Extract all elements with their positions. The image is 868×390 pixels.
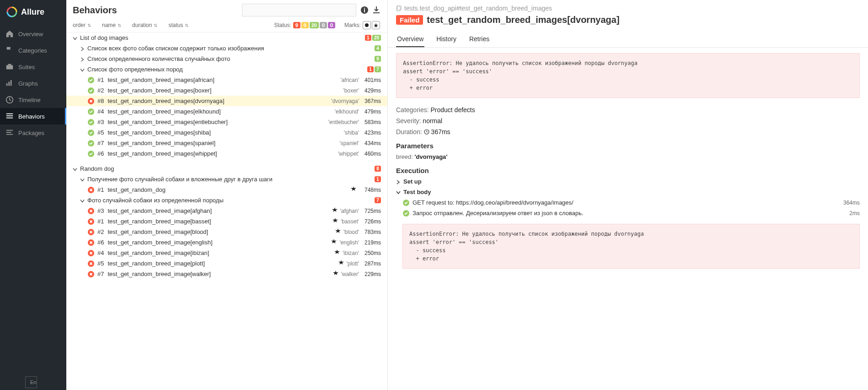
list-icon [5, 112, 14, 120]
language-switch[interactable]: En [25, 376, 37, 388]
duration-row: Duration: 367ms [388, 126, 868, 137]
test-number: #4 [97, 108, 104, 115]
test-tree: List of dog images120Список всех фото со… [66, 32, 387, 390]
test-duration: 460ms [359, 151, 381, 157]
sidebar-item-label: Suites [18, 64, 35, 70]
sort-order[interactable]: order [73, 22, 91, 28]
test-name: test_get_random_breed_images[shiba] [107, 129, 332, 136]
tree-row[interactable]: Список определенного количества случайны… [66, 54, 387, 64]
tree-row[interactable]: Получение фото случайной собаки и вложен… [66, 174, 387, 184]
tree-row[interactable]: #5test_get_random_breed_image[plott]'plo… [66, 258, 387, 269]
sidebar: Allure OverviewCategoriesSuitesGraphsTim… [0, 0, 66, 390]
test-number: #4 [97, 249, 104, 256]
test-number: #2 [97, 87, 104, 94]
test-name: test_get_random_breed_images[boxer] [107, 87, 331, 94]
step-duration: 364ms [843, 200, 860, 206]
sidebar-item-graphs[interactable]: Graphs [0, 75, 66, 92]
tree-row[interactable]: #6test_get_random_breed_images[whippet]'… [66, 148, 387, 159]
sidebar-item-behaviors[interactable]: Behaviors [0, 108, 66, 125]
sidebar-item-timeline[interactable]: Timeline [0, 92, 66, 108]
allure-logo-icon [6, 6, 17, 17]
download-icon[interactable] [372, 5, 381, 15]
sort-name[interactable]: name [102, 22, 121, 28]
setup-toggle[interactable]: Set up [388, 176, 868, 187]
tree-row[interactable]: Список фото определенных пород17 [66, 64, 387, 75]
step-row[interactable]: Запрос отправлен. Десериализируем ответ … [388, 208, 868, 218]
test-param: 'spaniel' [339, 140, 359, 146]
tab-overview[interactable]: Overview [396, 32, 424, 47]
tree-row[interactable]: Random dog8 [66, 163, 387, 174]
tree-row[interactable]: #4test_get_random_breed_image[ibizan]'ib… [66, 248, 387, 258]
svg-rect-14 [364, 8, 365, 9]
test-name: test_get_random_breed_image[blood] [107, 228, 332, 235]
sidebar-item-packages[interactable]: Packages [0, 125, 66, 141]
tree-row[interactable]: #3test_get_random_breed_images[entlebuch… [66, 117, 387, 127]
status-failed-icon [87, 187, 95, 193]
test-param: 'walker' [341, 271, 359, 277]
tree-row[interactable]: #1test_get_random_breed_images[african]'… [66, 75, 387, 85]
test-param: 'entlebucher' [328, 119, 359, 125]
status-passed-icon [87, 140, 95, 146]
tree-row[interactable]: #6test_get_random_breed_image[english]'e… [66, 237, 387, 248]
sidebar-item-suites[interactable]: Suites [0, 59, 66, 75]
status-passed-icon [402, 210, 410, 217]
tree-row[interactable]: #2test_get_random_breed_images[boxer]'bo… [66, 85, 387, 96]
svg-rect-10 [6, 132, 11, 133]
tree-row[interactable]: #5test_get_random_breed_images[shiba]'sh… [66, 127, 387, 138]
chevron-down-icon [80, 66, 86, 73]
status-skipped[interactable]: 0 [320, 22, 327, 28]
test-name: test_get_random_breed_images[entlebucher… [107, 119, 316, 125]
status-broken[interactable]: 0 [301, 22, 309, 28]
status-passed[interactable]: 20 [310, 22, 319, 28]
marks-label: Marks: [344, 22, 361, 28]
test-number: #6 [97, 239, 104, 246]
flaky-mark [350, 186, 357, 193]
error-box: AssertionError: Не удалось получить спис… [396, 53, 860, 98]
tree-row[interactable]: #7test_get_random_breed_image[walker]'wa… [66, 269, 387, 279]
info-icon[interactable] [360, 5, 369, 15]
feature-label: List of dog images [80, 34, 365, 41]
sidebar-item-overview[interactable]: Overview [0, 26, 66, 42]
step-text: Запрос отправлен. Десериализируем ответ … [413, 210, 584, 217]
story-label: Список фото определенных пород [87, 66, 367, 73]
tree-row[interactable]: #3test_get_random_breed_image[afghan]'af… [66, 206, 387, 216]
testbody-toggle[interactable]: Test body [388, 187, 868, 197]
test-duration: 583ms [359, 119, 381, 125]
tab-history[interactable]: History [435, 32, 457, 47]
status-failed[interactable]: 9 [293, 22, 300, 28]
tree-row[interactable]: List of dog images120 [66, 32, 387, 43]
step-text: GET request to: https://dog.ceo/api/bree… [413, 199, 573, 206]
status-label: Status: [274, 22, 291, 28]
tree-row[interactable]: #1test_get_random_dog748ms [66, 184, 387, 195]
status-unknown[interactable]: 0 [328, 22, 335, 28]
test-param: 'ibizan' [343, 250, 359, 256]
sort-duration[interactable]: duration [132, 22, 157, 28]
status-badge: Failed [396, 15, 423, 25]
story-label: Получение фото случайной собаки и вложен… [87, 176, 375, 183]
tree-row[interactable]: #2test_get_random_breed_image[blood]'blo… [66, 227, 387, 237]
copy-icon[interactable] [396, 5, 402, 11]
status-failed-icon [87, 98, 95, 104]
svg-rect-0 [6, 65, 13, 69]
tab-retries[interactable]: Retries [468, 32, 490, 47]
mark-flaky-toggle[interactable] [363, 21, 371, 29]
test-param: 'african' [340, 77, 359, 83]
brand: Allure [0, 0, 66, 26]
tree-row[interactable]: #1test_get_random_breed_image[basset]'ba… [66, 216, 387, 227]
svg-rect-7 [6, 115, 13, 116]
tree-row[interactable]: Фото случайной собаки из определенной по… [66, 195, 387, 206]
test-duration: 748ms [359, 187, 381, 193]
search-input[interactable] [242, 4, 356, 16]
tree-row[interactable]: #7test_get_random_breed_images[spaniel]'… [66, 138, 387, 148]
tree-row[interactable]: #4test_get_random_breed_images[elkhound]… [66, 106, 387, 117]
test-param: 'elkhound' [335, 108, 359, 115]
mark-new-toggle[interactable] [372, 21, 380, 29]
sort-status[interactable]: status [168, 22, 188, 28]
breadcrumb: tests.test_dog_api#test_get_random_breed… [396, 5, 860, 12]
step-row[interactable]: GET request to: https://dog.ceo/api/bree… [388, 197, 868, 208]
categories-row: Categories: Product defects [388, 104, 868, 115]
tree-row[interactable]: Список всех фото собак списком содержит … [66, 43, 387, 54]
sidebar-item-categories[interactable]: Categories [0, 42, 66, 59]
tree-row[interactable]: #8test_get_random_breed_images[dvornyaga… [66, 96, 387, 106]
status-passed-icon [87, 108, 95, 115]
